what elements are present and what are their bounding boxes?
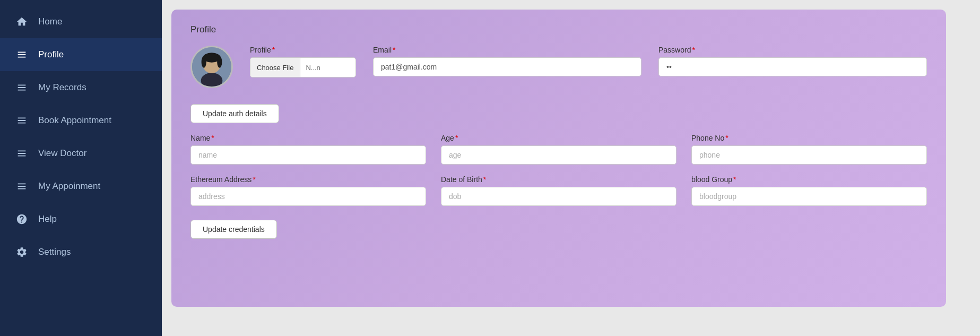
- password-input[interactable]: [658, 57, 927, 76]
- password-field-group: Password*: [658, 46, 927, 76]
- svg-point-5: [217, 56, 222, 68]
- file-input-wrapper[interactable]: Choose File N...n: [250, 57, 356, 77]
- sidebar-item-settings[interactable]: Settings: [0, 236, 162, 269]
- sidebar-item-home[interactable]: Home: [0, 5, 162, 38]
- my-appointment-icon: [15, 179, 29, 193]
- svg-point-1: [201, 73, 223, 88]
- dob-label: Date of Birth*: [441, 175, 677, 184]
- phone-field-group: Phone No*: [691, 134, 927, 165]
- age-field-group: Age*: [441, 134, 677, 165]
- dob-input[interactable]: [441, 187, 677, 206]
- phone-input[interactable]: [691, 145, 927, 165]
- password-label: Password*: [658, 46, 927, 54]
- credentials-row-1: Name* Age* Phone No*: [190, 134, 927, 165]
- ethereum-field-group: Ethereum Address*: [190, 175, 426, 206]
- sidebar-item-my-records[interactable]: My Records: [0, 71, 162, 104]
- settings-icon: [15, 245, 29, 259]
- sidebar-label-book-appointment: Book Appointment: [38, 115, 111, 126]
- view-doctor-icon: [15, 147, 29, 160]
- name-label: Name*: [190, 134, 426, 142]
- profile-label: Profile*: [250, 46, 356, 54]
- profile-field-group: Profile* Choose File N...n: [250, 46, 356, 77]
- sidebar-label-view-doctor: View Doctor: [38, 148, 86, 159]
- sidebar-label-help: Help: [38, 214, 57, 225]
- sidebar-item-help[interactable]: Help: [0, 203, 162, 236]
- ethereum-label: Ethereum Address*: [190, 175, 426, 184]
- choose-file-button[interactable]: Choose File: [250, 58, 300, 77]
- avatar: [190, 46, 233, 88]
- phone-label: Phone No*: [691, 134, 927, 142]
- profile-card: Profile: [171, 10, 946, 307]
- bloodgroup-label: blood Group*: [691, 175, 927, 184]
- file-name-display: N...n: [300, 64, 325, 72]
- age-input[interactable]: [441, 145, 677, 165]
- sidebar-item-view-doctor[interactable]: View Doctor: [0, 137, 162, 170]
- book-appointment-icon: [15, 114, 29, 127]
- dob-field-group: Date of Birth*: [441, 175, 677, 206]
- sidebar: Home Profile My Records Book Appointment…: [0, 0, 162, 336]
- email-field-group: Email*: [373, 46, 641, 76]
- sidebar-label-my-appointment: My Appoinment: [38, 181, 100, 192]
- email-input[interactable]: [373, 57, 641, 76]
- sidebar-label-settings: Settings: [38, 247, 71, 257]
- home-icon: [15, 15, 29, 29]
- main-content: Profile: [162, 0, 980, 336]
- card-title: Profile: [190, 24, 927, 35]
- sidebar-label-profile: Profile: [38, 49, 64, 60]
- profile-icon: [15, 48, 29, 62]
- help-icon: [15, 212, 29, 226]
- credentials-row-2: Ethereum Address* Date of Birth* blood G…: [190, 175, 927, 206]
- sidebar-item-profile[interactable]: Profile: [0, 38, 162, 71]
- age-label: Age*: [441, 134, 677, 142]
- sidebar-label-my-records: My Records: [38, 82, 86, 93]
- name-field-group: Name*: [190, 134, 426, 165]
- bloodgroup-input[interactable]: [691, 187, 927, 206]
- update-auth-button[interactable]: Update auth details: [190, 104, 279, 123]
- name-input[interactable]: [190, 145, 426, 165]
- svg-point-4: [202, 56, 206, 68]
- ethereum-input[interactable]: [190, 187, 426, 206]
- email-label: Email*: [373, 46, 641, 54]
- update-credentials-button[interactable]: Update credentials: [190, 220, 277, 239]
- bloodgroup-field-group: blood Group*: [691, 175, 927, 206]
- sidebar-label-home: Home: [38, 16, 62, 27]
- auth-row: Profile* Choose File N...n Email* Passwo…: [190, 46, 927, 88]
- my-records-icon: [15, 81, 29, 94]
- sidebar-item-book-appointment[interactable]: Book Appointment: [0, 104, 162, 137]
- sidebar-item-my-appointment[interactable]: My Appoinment: [0, 170, 162, 203]
